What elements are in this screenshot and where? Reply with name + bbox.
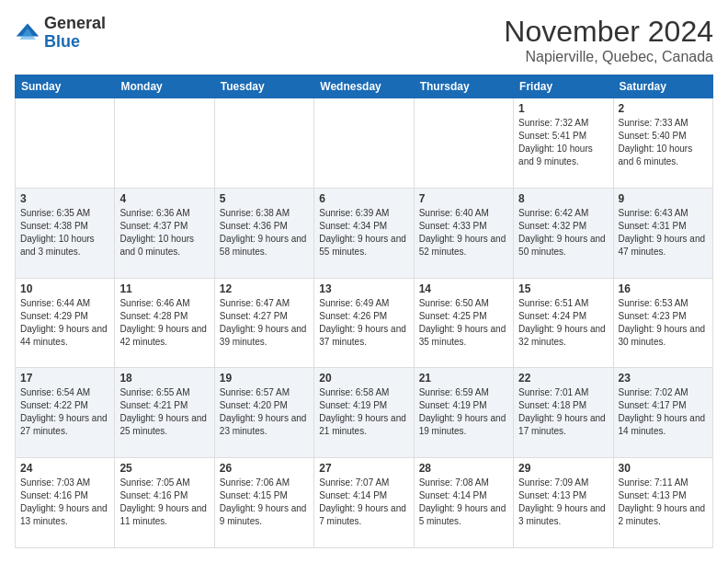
day-info: Sunrise: 6:46 AM Sunset: 4:28 PM Dayligh… (119, 297, 209, 349)
day-cell (314, 98, 414, 189)
day-number: 11 (119, 282, 209, 295)
location: Napierville, Quebec, Canada (504, 49, 713, 65)
day-cell: 8Sunrise: 6:42 AM Sunset: 4:32 PM Daylig… (514, 188, 613, 278)
day-info: Sunrise: 6:55 AM Sunset: 4:21 PM Dayligh… (119, 386, 209, 438)
day-info: Sunrise: 6:44 AM Sunset: 4:29 PM Dayligh… (20, 297, 109, 349)
day-header-tuesday: Tuesday (214, 75, 313, 98)
day-cell: 14Sunrise: 6:50 AM Sunset: 4:25 PM Dayli… (414, 278, 513, 368)
day-info: Sunrise: 6:51 AM Sunset: 4:24 PM Dayligh… (518, 297, 608, 349)
title-block: November 2024 Napierville, Quebec, Canad… (504, 15, 713, 65)
day-number: 28 (419, 462, 508, 475)
day-info: Sunrise: 7:02 AM Sunset: 4:17 PM Dayligh… (619, 386, 708, 438)
day-cell (214, 98, 313, 189)
day-info: Sunrise: 6:40 AM Sunset: 4:33 PM Dayligh… (419, 207, 508, 259)
day-header-thursday: Thursday (414, 75, 513, 98)
day-number: 8 (518, 192, 608, 205)
day-cell: 21Sunrise: 6:59 AM Sunset: 4:19 PM Dayli… (414, 368, 513, 458)
header: General Blue November 2024 Napierville, … (15, 15, 713, 65)
day-number: 22 (518, 372, 608, 385)
day-header-saturday: Saturday (613, 75, 712, 98)
day-cell: 10Sunrise: 6:44 AM Sunset: 4:29 PM Dayli… (16, 278, 115, 368)
day-cell: 16Sunrise: 6:53 AM Sunset: 4:23 PM Dayli… (613, 278, 712, 368)
day-cell: 13Sunrise: 6:49 AM Sunset: 4:26 PM Dayli… (314, 278, 414, 368)
day-cell: 19Sunrise: 6:57 AM Sunset: 4:20 PM Dayli… (214, 368, 313, 458)
day-info: Sunrise: 7:06 AM Sunset: 4:15 PM Dayligh… (220, 477, 309, 528)
day-info: Sunrise: 7:03 AM Sunset: 4:16 PM Dayligh… (20, 477, 109, 528)
day-number: 18 (119, 372, 209, 385)
day-info: Sunrise: 7:05 AM Sunset: 4:16 PM Dayligh… (119, 477, 209, 528)
day-cell: 18Sunrise: 6:55 AM Sunset: 4:21 PM Dayli… (115, 368, 214, 458)
day-info: Sunrise: 7:32 AM Sunset: 5:41 PM Dayligh… (518, 117, 608, 168)
day-info: Sunrise: 7:11 AM Sunset: 4:13 PM Dayligh… (619, 477, 708, 528)
day-cell: 12Sunrise: 6:47 AM Sunset: 4:27 PM Dayli… (214, 278, 313, 368)
week-row-0: 1Sunrise: 7:32 AM Sunset: 5:41 PM Daylig… (16, 98, 713, 189)
day-cell: 1Sunrise: 7:32 AM Sunset: 5:41 PM Daylig… (514, 98, 613, 189)
day-number: 1 (518, 102, 608, 115)
day-info: Sunrise: 6:35 AM Sunset: 4:38 PM Dayligh… (20, 207, 109, 259)
day-info: Sunrise: 6:57 AM Sunset: 4:20 PM Dayligh… (220, 386, 309, 438)
day-number: 24 (20, 462, 109, 475)
day-info: Sunrise: 7:01 AM Sunset: 4:18 PM Dayligh… (518, 386, 608, 438)
day-cell: 22Sunrise: 7:01 AM Sunset: 4:18 PM Dayli… (514, 368, 613, 458)
day-number: 25 (119, 462, 209, 475)
logo-icon (15, 20, 40, 46)
day-info: Sunrise: 6:54 AM Sunset: 4:22 PM Dayligh… (20, 386, 109, 438)
day-cell: 25Sunrise: 7:05 AM Sunset: 4:16 PM Dayli… (115, 458, 214, 548)
day-cell: 11Sunrise: 6:46 AM Sunset: 4:28 PM Dayli… (115, 278, 214, 368)
day-number: 3 (20, 192, 109, 205)
day-info: Sunrise: 7:07 AM Sunset: 4:14 PM Dayligh… (319, 477, 408, 528)
day-info: Sunrise: 7:33 AM Sunset: 5:40 PM Dayligh… (619, 117, 708, 168)
logo-text: General Blue (44, 15, 106, 52)
day-cell: 28Sunrise: 7:08 AM Sunset: 4:14 PM Dayli… (414, 458, 513, 548)
day-cell: 9Sunrise: 6:43 AM Sunset: 4:31 PM Daylig… (613, 188, 712, 278)
day-info: Sunrise: 6:49 AM Sunset: 4:26 PM Dayligh… (319, 297, 408, 349)
day-info: Sunrise: 6:39 AM Sunset: 4:34 PM Dayligh… (319, 207, 408, 259)
day-info: Sunrise: 6:50 AM Sunset: 4:25 PM Dayligh… (419, 297, 508, 349)
page: General Blue November 2024 Napierville, … (0, 0, 728, 563)
logo-blue: Blue (44, 32, 80, 51)
day-info: Sunrise: 6:47 AM Sunset: 4:27 PM Dayligh… (220, 297, 309, 349)
day-cell: 3Sunrise: 6:35 AM Sunset: 4:38 PM Daylig… (16, 188, 115, 278)
day-number: 6 (319, 192, 408, 205)
day-info: Sunrise: 6:43 AM Sunset: 4:31 PM Dayligh… (619, 207, 708, 259)
day-cell: 5Sunrise: 6:38 AM Sunset: 4:36 PM Daylig… (214, 188, 313, 278)
day-cell: 29Sunrise: 7:09 AM Sunset: 4:13 PM Dayli… (514, 458, 613, 548)
day-info: Sunrise: 6:38 AM Sunset: 4:36 PM Dayligh… (220, 207, 309, 259)
day-info: Sunrise: 7:09 AM Sunset: 4:13 PM Dayligh… (518, 477, 608, 528)
day-number: 2 (619, 102, 708, 115)
logo: General Blue (15, 15, 106, 52)
day-cell (16, 98, 115, 189)
day-number: 13 (319, 282, 408, 295)
day-cell: 30Sunrise: 7:11 AM Sunset: 4:13 PM Dayli… (613, 458, 712, 548)
day-number: 19 (220, 372, 309, 385)
day-headers-row: SundayMondayTuesdayWednesdayThursdayFrid… (16, 75, 713, 98)
day-cell: 23Sunrise: 7:02 AM Sunset: 4:17 PM Dayli… (613, 368, 712, 458)
day-cell: 17Sunrise: 6:54 AM Sunset: 4:22 PM Dayli… (16, 368, 115, 458)
calendar-table: SundayMondayTuesdayWednesdayThursdayFrid… (15, 75, 713, 548)
week-row-1: 3Sunrise: 6:35 AM Sunset: 4:38 PM Daylig… (16, 188, 713, 278)
day-header-monday: Monday (115, 75, 214, 98)
day-number: 14 (419, 282, 508, 295)
day-info: Sunrise: 6:42 AM Sunset: 4:32 PM Dayligh… (518, 207, 608, 259)
day-number: 10 (20, 282, 109, 295)
day-cell: 20Sunrise: 6:58 AM Sunset: 4:19 PM Dayli… (314, 368, 414, 458)
day-number: 12 (220, 282, 309, 295)
month-title: November 2024 (504, 15, 713, 49)
logo-general: General (44, 14, 106, 32)
day-number: 21 (419, 372, 508, 385)
day-number: 26 (220, 462, 309, 475)
day-header-wednesday: Wednesday (314, 75, 414, 98)
day-number: 16 (619, 282, 708, 295)
day-cell: 24Sunrise: 7:03 AM Sunset: 4:16 PM Dayli… (16, 458, 115, 548)
week-row-4: 24Sunrise: 7:03 AM Sunset: 4:16 PM Dayli… (16, 458, 713, 548)
day-cell: 6Sunrise: 6:39 AM Sunset: 4:34 PM Daylig… (314, 188, 414, 278)
day-info: Sunrise: 6:53 AM Sunset: 4:23 PM Dayligh… (619, 297, 708, 349)
day-info: Sunrise: 6:36 AM Sunset: 4:37 PM Dayligh… (119, 207, 209, 259)
day-number: 30 (619, 462, 708, 475)
day-number: 5 (220, 192, 309, 205)
day-header-sunday: Sunday (16, 75, 115, 98)
day-header-friday: Friday (514, 75, 613, 98)
week-row-2: 10Sunrise: 6:44 AM Sunset: 4:29 PM Dayli… (16, 278, 713, 368)
day-number: 7 (419, 192, 508, 205)
day-number: 29 (518, 462, 608, 475)
